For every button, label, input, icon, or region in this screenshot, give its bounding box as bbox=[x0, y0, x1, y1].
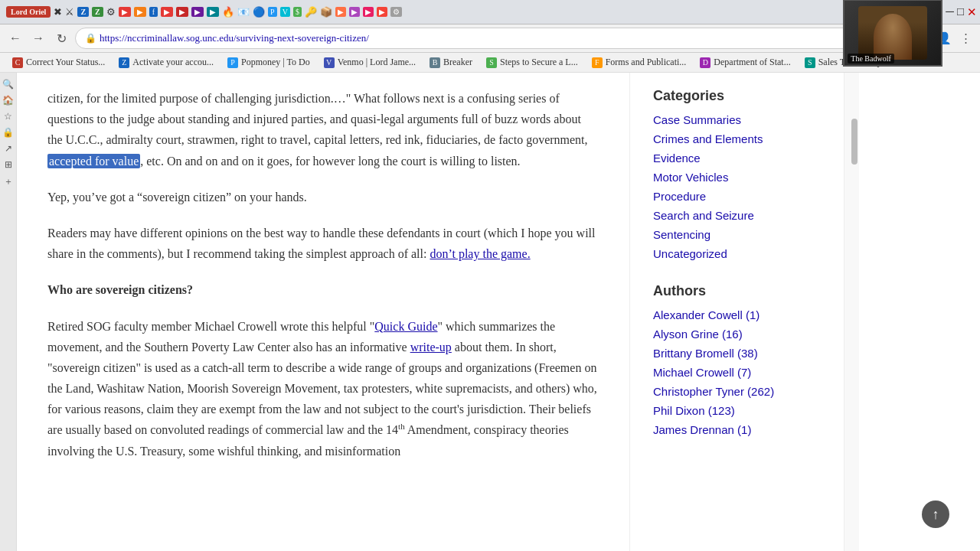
ext-icon-21[interactable]: ▶ bbox=[335, 7, 346, 17]
category-uncategorized[interactable]: Uncategorized bbox=[653, 247, 821, 260]
sidebar: Categories Case Summaries Crimes and Ele… bbox=[629, 73, 844, 551]
ext-icon-15[interactable]: 🔵 bbox=[253, 6, 265, 18]
author-1[interactable]: Alyson Grine (16) bbox=[653, 328, 821, 341]
superscript-th: th bbox=[398, 422, 405, 431]
bookmark-favicon-6: F bbox=[592, 57, 603, 68]
ext-icon-2[interactable]: ⚔ bbox=[65, 6, 74, 18]
bookmark-favicon-0: C bbox=[12, 57, 23, 68]
maximize-btn[interactable]: □ bbox=[957, 5, 964, 18]
category-sentencing[interactable]: Sentencing bbox=[653, 228, 821, 241]
webcam-label: The Badwolf bbox=[848, 54, 894, 64]
dont-play-link[interactable]: don’t play the game. bbox=[430, 247, 530, 260]
ext-icon-12[interactable]: ▶ bbox=[207, 7, 219, 17]
author-4[interactable]: Christopher Tyner (262) bbox=[653, 385, 821, 398]
bookmark-5[interactable]: S Steps to Secure a L... bbox=[480, 55, 584, 70]
sidebar-grid-icon[interactable]: ⊞ bbox=[5, 159, 12, 171]
article-heading-who: Who are sovereign citizens? bbox=[47, 279, 599, 300]
ext-icon-25[interactable]: ⚙ bbox=[390, 7, 402, 17]
category-evidence[interactable]: Evidence bbox=[653, 152, 821, 165]
bookmark-favicon-4: B bbox=[430, 57, 440, 68]
ext-icon-14[interactable]: 📧 bbox=[237, 6, 250, 18]
bookmark-2[interactable]: P Popmoney | To Do bbox=[221, 55, 316, 70]
forward-button[interactable]: → bbox=[29, 29, 47, 47]
ext-icon-5[interactable]: ⚙ bbox=[106, 6, 116, 18]
sidebar-plus-icon[interactable]: ＋ bbox=[4, 175, 13, 188]
ext-icon-6[interactable]: ▶ bbox=[119, 7, 131, 17]
category-motor-vehicles[interactable]: Motor Vehicles bbox=[653, 171, 821, 184]
sidebar-home-icon[interactable]: 🏠 bbox=[2, 95, 14, 106]
bookmark-label-6: Forms and Publicati... bbox=[606, 57, 687, 68]
author-5[interactable]: Phil Dixon (123) bbox=[653, 404, 821, 417]
lock-icon: 🔒 bbox=[85, 33, 96, 44]
bookmark-label-5: Steps to Secure a L... bbox=[500, 57, 578, 68]
bookmark-label-1: Activate your accou... bbox=[132, 57, 214, 68]
bookmark-4[interactable]: B Breaker bbox=[423, 55, 479, 70]
back-button[interactable]: ← bbox=[6, 29, 24, 47]
ext-icon-9[interactable]: ▶ bbox=[161, 7, 173, 17]
url-bar[interactable]: 🔒 https://nccriminallaw.sog.unc.edu/surv… bbox=[75, 28, 888, 49]
article-paragraph-2: Yep, you’ve got a “sovereign citizen” on… bbox=[47, 187, 599, 207]
article-paragraph-4: Retired SOG faculty member Michael Crowe… bbox=[47, 316, 599, 462]
ext-icon-18[interactable]: $ bbox=[293, 7, 302, 17]
ext-icon-4[interactable]: Z bbox=[92, 7, 103, 17]
close-btn[interactable]: ✕ bbox=[967, 5, 977, 19]
ext-icon-13[interactable]: 🔥 bbox=[222, 6, 234, 18]
ext-icon-17[interactable]: V bbox=[280, 7, 290, 17]
ext-icon-8[interactable]: f bbox=[149, 7, 158, 17]
scrollbar-thumb[interactable] bbox=[851, 119, 858, 165]
bookmark-label-4: Breaker bbox=[443, 57, 472, 68]
bookmark-label-0: Correct Your Status... bbox=[26, 57, 105, 68]
webcam-area: The Badwolf bbox=[835, 1, 942, 24]
sidebar-share-icon[interactable]: ↗ bbox=[5, 143, 12, 155]
ext-icon-7[interactable]: ▶ bbox=[134, 7, 146, 17]
left-sidebar-icons: 🔍 🏠 ☆ 🔒 ↗ ⊞ ＋ bbox=[0, 73, 17, 551]
bookmark-favicon-2: P bbox=[227, 57, 238, 68]
sidebar-star-icon[interactable]: ☆ bbox=[4, 111, 12, 122]
refresh-button[interactable]: ↻ bbox=[52, 29, 70, 47]
menu-button[interactable]: ⋮ bbox=[957, 30, 974, 47]
category-crimes-elements[interactable]: Crimes and Elements bbox=[653, 132, 821, 145]
bookmark-label-2: Popmoney | To Do bbox=[241, 57, 310, 68]
ext-icon-22[interactable]: ▶ bbox=[349, 7, 360, 17]
ext-icon-10[interactable]: ▶ bbox=[176, 7, 188, 17]
ext-icon-23[interactable]: ▶ bbox=[363, 7, 374, 17]
bookmark-6[interactable]: F Forms and Publicati... bbox=[586, 55, 693, 70]
article-paragraph-1: citizen, for the limited purpose of chal… bbox=[47, 88, 599, 171]
ext-icon-11[interactable]: ▶ bbox=[191, 7, 204, 17]
sidebar-search-icon[interactable]: 🔍 bbox=[2, 79, 14, 90]
highlighted-text: accepted for value bbox=[47, 154, 140, 168]
bookmark-favicon-3: V bbox=[324, 57, 335, 68]
bookmark-3[interactable]: V Venmo | Lord Jame... bbox=[318, 55, 422, 70]
ext-icon-3[interactable]: Z bbox=[77, 7, 89, 17]
lord-oriel-tab[interactable]: Lord Oriel bbox=[6, 6, 51, 18]
bookmark-1[interactable]: Z Activate your accou... bbox=[113, 55, 220, 70]
minimize-btn[interactable]: ─ bbox=[946, 5, 954, 18]
bookmark-0[interactable]: C Correct Your Status... bbox=[6, 55, 111, 70]
category-case-summaries[interactable]: Case Summaries bbox=[653, 113, 821, 126]
quick-guide-link[interactable]: Quick Guide bbox=[374, 320, 437, 333]
ext-icon-20[interactable]: 📦 bbox=[320, 6, 332, 18]
bookmark-label-3: Venmo | Lord Jame... bbox=[338, 57, 416, 68]
url-text[interactable]: https://nccriminallaw.sog.unc.edu/surviv… bbox=[100, 32, 369, 44]
bookmark-favicon-7: D bbox=[700, 57, 710, 68]
bookmark-favicon-5: S bbox=[486, 57, 497, 68]
ext-icon-24[interactable]: ▶ bbox=[377, 7, 387, 17]
authors-heading: Authors bbox=[653, 283, 821, 299]
categories-section: Categories Case Summaries Crimes and Ele… bbox=[653, 88, 821, 260]
author-3[interactable]: Michael Crowell (7) bbox=[653, 366, 821, 379]
bookmarks-bar: C Correct Your Status... Z Activate your… bbox=[0, 53, 980, 73]
scroll-to-top-button[interactable]: ↑ bbox=[922, 500, 949, 528]
write-up-link[interactable]: write-up bbox=[410, 341, 452, 354]
category-procedure[interactable]: Procedure bbox=[653, 190, 821, 203]
author-0[interactable]: Alexander Cowell (1) bbox=[653, 308, 821, 321]
ext-icon-19[interactable]: 🔑 bbox=[305, 6, 317, 18]
category-search-seizure[interactable]: Search and Seizure bbox=[653, 209, 821, 222]
author-6[interactable]: James Drennan (1) bbox=[653, 423, 821, 436]
ext-icon-1[interactable]: ✖ bbox=[54, 6, 62, 18]
bookmark-favicon-8: S bbox=[805, 57, 815, 68]
author-2[interactable]: Brittany Bromell (38) bbox=[653, 347, 821, 360]
sidebar-lock-icon[interactable]: 🔒 bbox=[2, 127, 14, 139]
article-paragraph-3: Readers may have different opinions on t… bbox=[47, 223, 599, 264]
bookmark-7[interactable]: D Department of Stat... bbox=[694, 55, 796, 70]
ext-icon-16[interactable]: P bbox=[268, 7, 277, 17]
